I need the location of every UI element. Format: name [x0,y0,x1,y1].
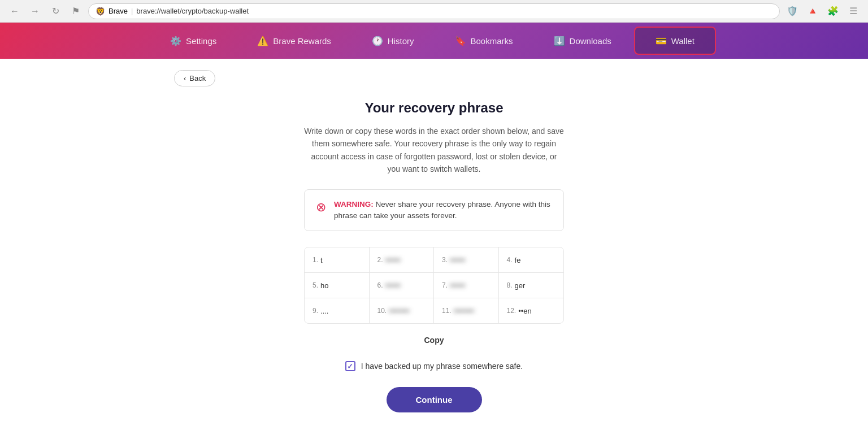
forward-nav-button[interactable]: → [27,3,43,19]
browser-name: Brave [108,7,128,15]
reload-button[interactable]: ↻ [47,3,63,19]
back-chevron-icon: ‹ [184,74,186,82]
nav-item-bookmarks[interactable]: 🔖 Bookmarks [435,23,533,59]
phrase-row-3: 9. .... 10. •••••••• 11. •••••••• 12. ••… [305,298,563,323]
phrase-word-12: ••en [518,307,532,315]
continue-button[interactable]: Continue [387,387,482,412]
checkbox-label: I have backed up my phrase somewhere saf… [361,362,523,371]
phrase-cell-10: 10. •••••••• [370,298,435,323]
nav-item-wallet[interactable]: 💳 Wallet [634,27,716,55]
phrase-cell-3: 3. •••••• [434,247,499,272]
continue-container: Continue [174,387,694,412]
phrase-word-3: •••••• [450,256,465,264]
warning-circle-icon: ⊗ [316,200,326,215]
settings-icon: ⚙️ [170,36,181,46]
nav-item-brave-rewards[interactable]: ⚠️ Brave Rewards [237,23,351,59]
nav-label-downloads: Downloads [570,36,611,46]
phrase-word-1: t [320,256,323,264]
address-separator: | [131,7,133,15]
nav-label-settings: Settings [186,36,216,46]
brave-shield-icon: 🦁 [96,7,105,16]
page-title: Your recovery phrase [174,100,694,116]
phrase-num-4: 4. [507,256,513,264]
phrase-word-9: .... [320,307,328,315]
extensions-button[interactable]: 🧩 [825,3,841,19]
phrase-num-10: 10. [377,307,387,315]
phrase-cell-9: 9. .... [305,298,370,323]
bookmark-icon[interactable]: ⚑ [68,3,84,19]
nav-item-downloads[interactable]: ⬇️ Downloads [533,23,632,59]
nav-label-wallet: Wallet [671,36,695,46]
backup-checkbox[interactable]: ✓ [345,361,355,371]
nav-label-brave-rewards: Brave Rewards [273,36,331,46]
phrase-num-9: 9. [313,307,318,315]
url-text: brave://wallet/crypto/backup-wallet [136,7,249,15]
phrase-num-12: 12. [507,307,517,315]
phrase-row-1: 1. t 2. •••••• 3. •••••• 4. fe [305,247,563,273]
browser-chrome: ← → ↻ ⚑ 🦁 Brave | brave://wallet/crypto/… [0,0,868,23]
nav-item-history[interactable]: 🕐 History [351,23,435,59]
phrase-word-6: •••••• [385,281,401,290]
nav-label-history: History [388,36,414,46]
warning-text: WARNING: Never share your recovery phras… [334,199,552,222]
phrase-num-2: 2. [377,256,383,264]
warning-bold: WARNING: [334,200,374,208]
phrase-cell-1: 1. t [305,247,370,272]
phrase-row-2: 5. ho 6. •••••• 7. •••••• 8. ger [305,273,563,298]
navigation-bar: ⚙️ Settings ⚠️ Brave Rewards 🕐 History 🔖… [0,23,868,59]
back-button[interactable]: ‹ Back [174,70,215,86]
phrase-num-7: 7. [442,281,448,289]
bookmarks-icon: 🔖 [455,36,466,46]
phrase-cell-6: 6. •••••• [370,273,435,298]
browser-right-icons: 🛡️ 🔺 🧩 ☰ [784,3,861,19]
phrase-cell-2: 2. •••••• [370,247,435,272]
phrase-cell-12: 12. ••en [499,298,564,323]
wallet-icon: 💳 [656,36,667,46]
nav-item-settings[interactable]: ⚙️ Settings [150,23,237,59]
phrase-word-4: fe [515,256,521,264]
brave-shield-button[interactable]: 🛡️ [784,3,800,19]
phrase-word-2: •••••• [385,256,401,264]
phrase-num-6: 6. [377,281,383,289]
back-nav-button[interactable]: ← [7,3,23,19]
phrase-word-7: •••••• [450,281,465,290]
brave-rewards-icon-button[interactable]: 🔺 [805,3,821,19]
phrase-word-5: ho [320,281,328,290]
phrase-word-8: ger [515,281,526,290]
phrase-num-8: 8. [507,281,513,289]
phrase-cell-5: 5. ho [305,273,370,298]
phrase-num-11: 11. [442,307,452,315]
phrase-cell-11: 11. •••••••• [434,298,499,323]
phrase-word-11: •••••••• [454,307,474,315]
phrase-cell-7: 7. •••••• [434,273,499,298]
warning-box: ⊗ WARNING: Never share your recovery phr… [304,189,564,232]
check-icon: ✓ [347,362,353,371]
phrase-word-10: •••••••• [389,307,409,315]
brave-rewards-icon: ⚠️ [257,36,268,46]
menu-button[interactable]: ☰ [845,3,861,19]
phrase-cell-8: 8. ger [499,273,564,298]
back-label: Back [189,74,206,82]
copy-button[interactable]: Copy [424,336,444,345]
phrase-cell-4: 4. fe [499,247,564,272]
nav-label-bookmarks: Bookmarks [471,36,513,46]
downloads-icon: ⬇️ [554,36,565,46]
checkbox-row: ✓ I have backed up my phrase somewhere s… [174,361,694,371]
page-subtitle: Write down or copy these words in the ex… [304,125,564,176]
main-content: ‹ Back Your recovery phrase Write down o… [151,59,717,424]
address-bar[interactable]: 🦁 Brave | brave://wallet/crypto/backup-w… [88,3,780,19]
copy-container: Copy [174,335,694,345]
phrase-num-5: 5. [313,281,318,289]
phrase-num-1: 1. [313,256,318,264]
history-icon: 🕐 [372,36,383,46]
phrase-num-3: 3. [442,256,448,264]
recovery-phrase-grid: 1. t 2. •••••• 3. •••••• 4. fe 5. ho 6. [304,247,564,324]
